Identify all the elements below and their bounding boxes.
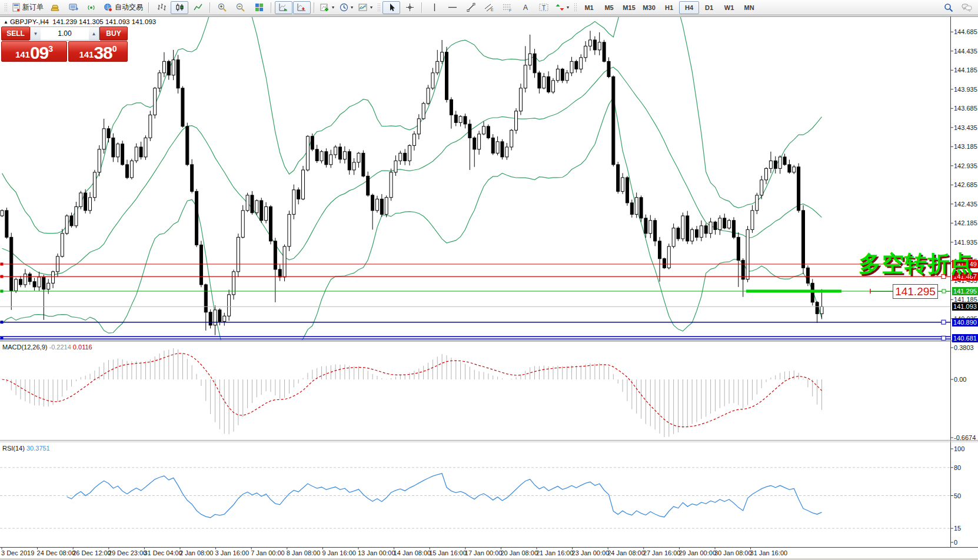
bar-chart-icon <box>157 3 166 12</box>
rsi-scale-label: 100 <box>954 445 978 452</box>
new-order-icon <box>12 3 21 12</box>
hline-140.890-handle-right[interactable] <box>942 320 946 324</box>
signal-icon <box>87 3 97 12</box>
macd-pane[interactable] <box>2 348 822 437</box>
periods-caret-icon[interactable]: ▾ <box>351 5 353 10</box>
price-axis-tick: 144.435 <box>954 48 978 55</box>
new-order-label: 新订单 <box>22 2 44 12</box>
templates-caret-icon[interactable]: ▾ <box>370 5 372 10</box>
indicators-button[interactable]: ▾ <box>318 1 337 14</box>
periods-button[interactable]: ▾ <box>337 1 355 14</box>
macd-label: MACD(12,26,9) -0.2214 0.0116 <box>2 344 92 351</box>
time-axis-label: 15 Jan 16:00 <box>429 549 467 556</box>
fibonacci-button[interactable]: F <box>498 1 516 14</box>
volume-increase-button[interactable]: ▲ <box>89 27 99 40</box>
tile-windows-button[interactable] <box>250 1 268 14</box>
indicators-caret-icon[interactable]: ▾ <box>332 5 334 10</box>
price-axis-tick: 143.435 <box>954 124 978 131</box>
label-axis-handle[interactable] <box>942 289 946 293</box>
cursor-button[interactable] <box>382 1 400 14</box>
timeframe-MN[interactable]: MN <box>739 1 759 14</box>
timeframe-M30[interactable]: M30 <box>639 1 659 14</box>
channel-button[interactable]: E <box>480 1 498 14</box>
hline-141.295-handle-left[interactable] <box>1 290 4 293</box>
volume-decrease-button[interactable]: ▼ <box>31 27 41 40</box>
templates-button[interactable]: ▾ <box>356 1 375 14</box>
hline-140.890-handle-left[interactable] <box>1 321 4 324</box>
hline-140.681-handle-right[interactable] <box>942 336 946 340</box>
new-order-button[interactable]: 新订单 <box>9 1 46 14</box>
vertical-line-button[interactable] <box>425 1 443 14</box>
turning-point-annotation[interactable]: 多空转折点 <box>859 249 973 279</box>
price-badge-141.295: 141.295 <box>952 287 978 295</box>
tile-windows-icon <box>255 3 264 12</box>
crosshair-button[interactable] <box>401 1 418 14</box>
toolbar-grip[interactable] <box>377 3 380 12</box>
hline-141.649-handle-left[interactable] <box>1 262 4 265</box>
hline-141.487-handle-left[interactable] <box>1 275 4 278</box>
toolbar-grip[interactable] <box>4 3 7 12</box>
candlestick-chart-button[interactable] <box>171 1 188 14</box>
time-axis-label: 29 Dec 23:00 <box>108 549 147 556</box>
price-level-label[interactable]: 141.295 <box>893 284 938 299</box>
timeframe-M15[interactable]: M15 <box>619 1 639 14</box>
timeframe-W1[interactable]: W1 <box>719 1 739 14</box>
bar-chart-button[interactable] <box>152 1 170 14</box>
chart-canvas[interactable] <box>0 0 978 560</box>
rsi-value: 30.3751 <box>26 445 50 452</box>
collapse-symbol-icon[interactable]: ▲ <box>4 19 8 25</box>
hline-140.681-handle-left[interactable] <box>1 336 4 339</box>
sell-price-button[interactable]: 141 09 3 <box>1 41 67 62</box>
rsi-scale-label: 50 <box>954 492 978 499</box>
time-axis-label: 24 Dec 08:00 <box>37 549 75 556</box>
text-button[interactable]: A <box>517 1 534 14</box>
mt4-window: { "toolbar": { "new_order_label": "新订单",… <box>0 0 978 560</box>
buy-button[interactable]: BUY <box>99 26 128 41</box>
bollinger-lower-band <box>2 98 822 401</box>
macd-scale-label: 0.3803 <box>954 344 978 351</box>
symbol-name: GBPJPY-,H4 <box>10 18 49 25</box>
line-chart-button[interactable] <box>189 1 207 14</box>
signal-button[interactable] <box>83 1 101 14</box>
toolbar-grip[interactable] <box>574 3 577 12</box>
auto-trading-button[interactable]: 自动交易 <box>101 1 145 14</box>
price-badge-141.093: 141.093 <box>952 302 978 311</box>
timeframe-D1[interactable]: D1 <box>699 1 719 14</box>
publisher-button[interactable] <box>65 1 82 14</box>
zoom-out-button[interactable] <box>232 1 250 14</box>
timeframe-H1[interactable]: H1 <box>659 1 679 14</box>
time-axis-label: 31 Dec 04:00 <box>144 549 182 556</box>
buy-price-button[interactable]: 141 38 0 <box>68 41 128 62</box>
macd-scale-label: 0.00 <box>954 376 978 383</box>
time-axis-label: 14 Jan 08:00 <box>394 549 431 556</box>
macd-signal-line <box>2 354 822 427</box>
chat-button[interactable] <box>958 1 976 14</box>
time-axis-label: 3 Jan 16:00 <box>215 549 250 556</box>
arrows-caret-icon[interactable]: ▾ <box>567 5 569 10</box>
sell-button[interactable]: SELL <box>1 26 30 41</box>
text-label-button[interactable]: T <box>535 1 553 14</box>
timeframe-M1[interactable]: M1 <box>579 1 599 14</box>
rsi-scale-label: 80 <box>954 464 978 471</box>
arrows-button[interactable]: ▾ <box>553 1 571 14</box>
history-center-button[interactable] <box>46 1 64 14</box>
symbol-info-line[interactable]: ▲GBPJPY-,H4 141.239 141.305 141.093 141.… <box>4 18 156 25</box>
chart-shift-button[interactable] <box>293 1 311 14</box>
rsi-label: RSI(14) 30.3751 <box>2 445 50 452</box>
timeframe-M5[interactable]: M5 <box>599 1 619 14</box>
bollinger-middle-band <box>2 67 822 275</box>
search-button[interactable] <box>940 1 957 14</box>
trendline-button[interactable] <box>462 1 480 14</box>
svg-text:A: A <box>523 4 528 12</box>
horizontal-line-button[interactable] <box>444 1 461 14</box>
timeframe-H4[interactable]: H4 <box>679 1 699 14</box>
volume-input[interactable]: 1.00 <box>41 27 89 40</box>
price-axis-tick: 143.935 <box>954 86 978 93</box>
volume-box: ▼ 1.00 ▲ <box>30 26 99 41</box>
auto-scroll-button[interactable] <box>275 1 292 14</box>
auto-scroll-icon <box>279 3 288 12</box>
zoom-in-icon <box>218 3 227 12</box>
time-axis-label: 29 Jan 00:00 <box>678 549 716 556</box>
zoom-in-button[interactable] <box>214 1 231 14</box>
price-axis-tick: 142.435 <box>954 201 978 208</box>
